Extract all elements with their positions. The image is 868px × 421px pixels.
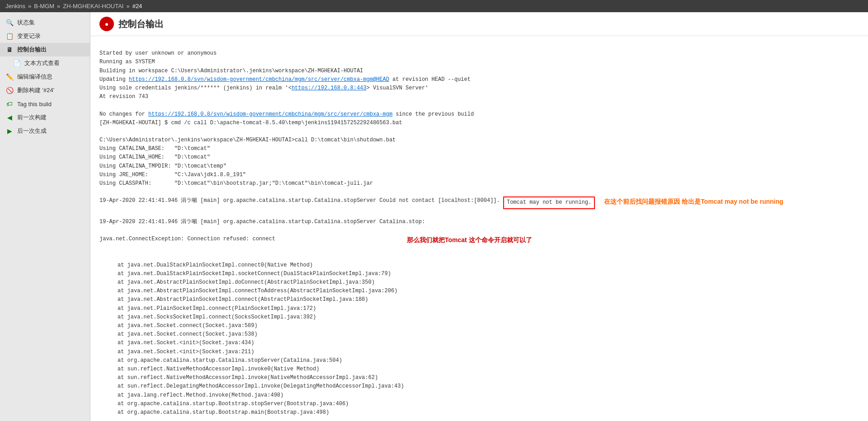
console-line3: Building in workspace C:\Users\Administr…	[99, 68, 363, 74]
console-area: Started by user unknown or anonymous Run…	[90, 36, 868, 421]
console-line4-pre: Updating	[99, 76, 129, 83]
stack-line: at java.net.PlainSocketImpl.connect(Plai…	[118, 304, 859, 313]
console-line12: Using CATALINA_BASE: "D:\tomcat"	[99, 145, 210, 152]
sidebar-item-edit[interactable]: ✏️ 编辑编译信息	[0, 70, 90, 84]
console-line17-pre: 19-Apr-2020 22:41:41.946 涓ラ噸 [main] org.…	[99, 196, 503, 205]
console-line4-post: at revision HEAD --quiet	[389, 76, 471, 83]
breadcrumb-zh[interactable]: ZH-MGHEKAI-HOUTAI	[63, 3, 123, 9]
sidebar-label-status: 状态集	[17, 19, 35, 27]
stack-line: at java.net.Socket.<init>(Socket.java:43…	[118, 339, 859, 347]
sidebar-label-tag: Tag this build	[17, 101, 52, 108]
sep2: »	[57, 3, 60, 9]
next-icon: ▶	[5, 127, 14, 135]
stack-line: at org.apache.catalina.startup.Catalina.…	[118, 356, 859, 365]
breadcrumb-jenkins[interactable]: Jenkins	[5, 3, 25, 9]
breadcrumb-bmgm[interactable]: B-MGM	[34, 3, 54, 9]
console-line5-pre: Using sole credentials jenkins/****** (j…	[99, 85, 292, 91]
console-line1: Started by user unknown or anonymous	[99, 50, 217, 56]
sidebar-label-changes: 变更记录	[17, 32, 41, 40]
sidebar-item-changes[interactable]: 📋 变更记录	[0, 29, 90, 43]
console-icon: 🖥	[5, 46, 14, 54]
sidebar-item-console[interactable]: 🖥 控制台输出	[0, 43, 90, 56]
stack-line: at sun.reflect.DelegatingMethodAccessorI…	[118, 382, 859, 391]
stack-line: at org.apache.catalina.startup.Bootstrap…	[118, 400, 859, 408]
edit-icon: ✏️	[5, 73, 14, 81]
stack-line: at java.net.DualStackPlainSocketImpl.soc…	[118, 270, 859, 278]
sidebar-label-textview: 文本方式查看	[24, 59, 60, 67]
console-line14: Using CATALINA_TMPDIR: "D:\tomcat\temp"	[99, 163, 226, 169]
console-line16: Using CLASSPATH: "D:\tomcat"\bin\bootstr…	[99, 180, 373, 187]
console-output-2: 19-Apr-2020 22:41:41.946 涓ラ噸 [main] org.…	[99, 209, 859, 235]
tag-icon: 🏷	[5, 100, 14, 108]
console-line13: Using CATALINA_HOME: "D:\tomcat"	[99, 154, 210, 160]
sep3: »	[126, 3, 129, 9]
console-line9: [ZH-MGHEKAI-HOUTAI] $ cmd /c call D:\apa…	[99, 120, 402, 126]
sidebar-item-status[interactable]: 🔍 状态集	[0, 16, 90, 29]
annotation-red: 那么我们就把Tomcat 这个命令开启就可以了	[407, 235, 532, 245]
stack-line: at org.apache.catalina.startup.Bootstrap…	[118, 408, 859, 417]
breadcrumb-build: #24	[132, 3, 142, 9]
console-output: Started by user unknown or anonymous Run…	[99, 41, 859, 196]
sidebar-label-delete: 删除构建 '#24'	[17, 86, 54, 94]
sidebar-item-next[interactable]: ▶ 后一次生成	[0, 124, 90, 138]
stack-line: at sun.reflect.NativeMethodAccessorImpl.…	[118, 365, 859, 374]
jenkins-logo: ●	[99, 17, 114, 31]
sidebar-item-prev[interactable]: ◀ 前一次构建	[0, 111, 90, 124]
breadcrumb-bar: Jenkins » B-MGM » ZH-MGHEKAI-HOUTAI » #2…	[0, 0, 868, 12]
changes-icon: 📋	[5, 32, 14, 40]
tomcat-warning-text: Tomcat may not be running.	[507, 199, 591, 206]
stack-line: at java.net.Socket.connect(Socket.java:5…	[118, 330, 859, 339]
tomcat-warning-box: Tomcat may not be running.	[503, 196, 595, 209]
console-line11: C:\Users\Administrator\.jenkins\workspac…	[99, 137, 396, 143]
main-content: ● 控制台输出 Started by user unknown or anony…	[90, 12, 868, 421]
stack-line: at sun.reflect.NativeMethodAccessorImpl.…	[118, 374, 859, 382]
prev-icon: ◀	[5, 113, 14, 122]
console-line8-post: since the previous build	[392, 111, 474, 117]
sidebar-label-prev: 前一次构建	[17, 113, 47, 122]
console-line6: At revision 743	[99, 94, 148, 100]
sidebar-item-tag[interactable]: 🏷 Tag this build	[0, 97, 90, 111]
sidebar-label-edit: 编辑编译信息	[17, 73, 52, 81]
stack-line: at java.net.AbstractPlainSocketImpl.doCo…	[118, 278, 859, 287]
stack-line: at java.net.AbstractPlainSocketImpl.conn…	[118, 295, 859, 304]
console-svn-link[interactable]: https://192.168.0.8/svn/wisdom-governmen…	[129, 76, 389, 83]
console-line17-container: 19-Apr-2020 22:41:41.946 涓ラ噸 [main] org.…	[99, 196, 859, 209]
sidebar-label-next: 后一次生成	[17, 127, 47, 135]
page-title: 控制台输出	[118, 18, 164, 30]
console-realm-link[interactable]: https://192.168.0.8:443	[292, 85, 367, 91]
delete-icon: 🚫	[5, 86, 14, 94]
console-stack: at java.net.DualStackPlainSocketImpl.con…	[99, 243, 859, 417]
stack-line: at java.net.Socket.<init>(Socket.java:21…	[118, 348, 859, 356]
sidebar-item-textview[interactable]: 📄 文本方式查看	[0, 56, 90, 70]
stack-line: at java.net.SocksSocketImpl.connect(Sock…	[118, 313, 859, 322]
sidebar-item-delete[interactable]: 🚫 删除构建 '#24'	[0, 84, 90, 97]
console-line19-container: java.net.ConnectException: Connection re…	[99, 235, 859, 243]
console-nochanges-link[interactable]: https://192.168.0.8/svn/wisdom-governmen…	[148, 111, 392, 117]
console-line15: Using JRE_HOME: "C:\Java\jdk1.8.0_191"	[99, 172, 246, 178]
annotation-orange: 在这个前后找问题报错原因 给出是Tomcat may not be runnin…	[604, 196, 783, 206]
console-line19-text: java.net.ConnectException: Connection re…	[99, 235, 275, 243]
console-line8-pre: No changes for	[99, 111, 148, 117]
console-line2: Running as SYSTEM	[99, 59, 155, 65]
stack-line: at java.net.Socket.connect(Socket.java:5…	[118, 322, 859, 330]
sep1: »	[28, 3, 31, 9]
sidebar-label-console: 控制台输出	[17, 46, 47, 54]
console-line18: 19-Apr-2020 22:41:41.946 涓ラ噸 [main] org.…	[99, 219, 425, 225]
textview-icon: 📄	[13, 59, 21, 67]
stack-line: at java.lang.reflect.Method.invoke(Metho…	[118, 391, 859, 400]
sidebar: 🔍 状态集 📋 变更记录 🖥 控制台输出 📄 文本方式查看 ✏️ 编辑编译信息 …	[0, 12, 90, 421]
stack-line: at java.net.AbstractPlainSocketImpl.conn…	[118, 287, 859, 295]
search-icon: 🔍	[5, 19, 14, 27]
console-line5-post: > VisualSVN Server'	[367, 85, 429, 91]
stack-line: at java.net.DualStackPlainSocketImpl.con…	[118, 261, 859, 270]
page-header: ● 控制台输出	[90, 12, 868, 36]
